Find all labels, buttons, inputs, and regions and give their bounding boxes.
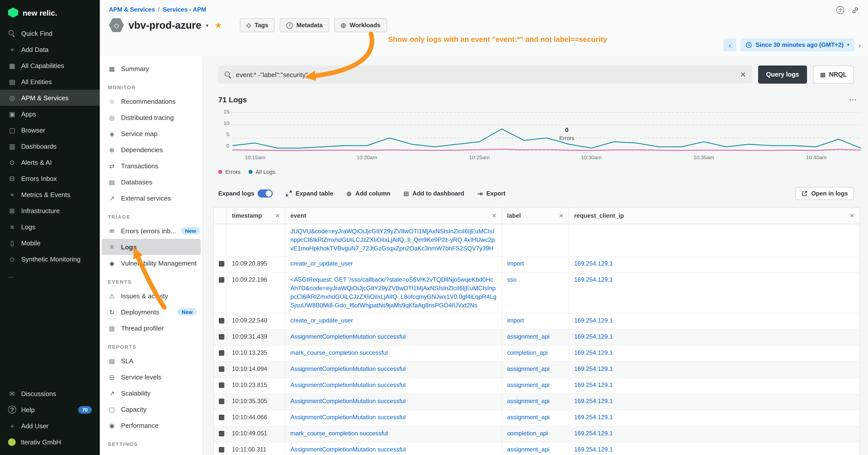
sidebar-item-errors-inbox[interactable]: ⊟ Errors Inbox (0, 170, 100, 187)
table-row[interactable]: 10:11:00.311 AssignmentCompletionMutatio… (214, 443, 860, 455)
nrql-button[interactable]: ⊞ NRQL (813, 65, 854, 84)
remove-event-column-icon[interactable]: ✕ (492, 213, 496, 219)
log-ip-link[interactable]: 169.254.129.1 (574, 365, 613, 372)
log-ip-link[interactable]: 169.254.129.1 (574, 317, 613, 324)
subnav-item-scalability[interactable]: ↗ Scalability (102, 385, 200, 401)
legend-errors[interactable]: Errors (218, 169, 241, 175)
log-event-link[interactable]: AssignmentCompletionMutation successful (290, 382, 406, 389)
breadcrumb-apm-services[interactable]: APM & Services (109, 6, 155, 13)
log-ip-link[interactable]: 169.254.129.1 (574, 414, 613, 421)
log-event-link[interactable]: mark_course_completion successful (290, 430, 388, 437)
log-label-link[interactable]: assignment_api (507, 365, 550, 372)
log-label-link[interactable]: sso (507, 276, 517, 283)
table-row[interactable]: JUQVU&code=eyJraWQiOiJjcGItY29yZV8wOTl1M… (214, 224, 860, 257)
row-select-checkbox[interactable] (219, 366, 224, 372)
label-column-header[interactable]: label ✕ (502, 207, 569, 224)
row-select-checkbox[interactable] (219, 398, 224, 404)
table-row[interactable]: 10:10:23.815 AssignmentCompletionMutatio… (214, 378, 860, 394)
log-query-box[interactable]: ✕ (218, 65, 752, 84)
subnav-item-service-map[interactable]: ◈ Service map (102, 126, 200, 141)
log-ip-link[interactable]: 169.254.129.1 (574, 397, 613, 404)
subnav-item-performance[interactable]: ◉ Performance (102, 417, 200, 433)
open-in-logs-button[interactable]: Open in logs (796, 187, 854, 200)
table-row[interactable]: 10:10:35.305 AssignmentCompletionMutatio… (214, 394, 860, 410)
sidebar-item-all-entities[interactable]: ▤ All Entities (0, 73, 100, 90)
expand-table-button[interactable]: Expand table (286, 190, 333, 197)
sidebar-item-alerts-ai[interactable]: ⊙ Alerts & AI (0, 154, 100, 170)
query-logs-button[interactable]: Query logs (758, 65, 807, 84)
more-menu-icon[interactable]: ⋯ (849, 95, 858, 104)
sidebar-item-apm-services[interactable]: ◎ APM & Services (0, 90, 100, 106)
sidebar-item-dashboards[interactable]: ▥ Dashboards (0, 138, 100, 154)
sidebar-item-all-capabilities[interactable]: ▦ All Capabilities (0, 58, 100, 73)
row-select-checkbox[interactable] (219, 383, 224, 388)
table-row[interactable]: 10:09:22.196 <ASGIRequest: GET '/sso/cal… (214, 272, 860, 314)
log-ip-link[interactable]: 169.254.129.1 (574, 333, 613, 340)
metadata-button[interactable]: i Metadata (280, 18, 329, 32)
clear-query-icon[interactable]: ✕ (740, 70, 746, 78)
entity-chevron-down-icon[interactable]: ▾ (206, 23, 209, 28)
subnav-item-databases[interactable]: ▤ Databases (102, 174, 200, 190)
subnav-item-thread-profiler[interactable]: ▥ Thread profiler (102, 320, 200, 336)
legend-all-logs[interactable]: All Logs (248, 169, 275, 175)
add-to-dashboard-button[interactable]: ⊞ Add to dashboard (403, 190, 464, 197)
remove-timestamp-column-icon[interactable]: ✕ (275, 213, 280, 219)
log-label-link[interactable]: import (507, 260, 524, 267)
time-back-button[interactable]: ‹ (723, 38, 737, 52)
log-event-link[interactable]: AssignmentCompletionMutation successful (290, 414, 406, 421)
subnav-item-dependencies[interactable]: ⊕ Dependencies (102, 141, 200, 158)
log-label-link[interactable]: assignment_api (507, 397, 550, 404)
subnav-item-logs[interactable]: ≡ Logs (102, 239, 200, 255)
sidebar-item-more[interactable]: ... (0, 267, 100, 283)
log-label-link[interactable]: assignment_api (507, 414, 550, 421)
table-row[interactable]: 10:09:22.540 create_or_update_user impor… (214, 314, 860, 329)
row-select-checkbox[interactable] (219, 261, 224, 266)
table-row[interactable]: 10:09:20.895 create_or_update_user impor… (214, 257, 860, 272)
add-column-button[interactable]: ⊕ Add column (346, 190, 390, 197)
row-select-checkbox[interactable] (219, 277, 224, 283)
sidebar-item-help[interactable]: ? Help 70 (0, 401, 100, 418)
log-query-input[interactable] (236, 71, 736, 78)
log-event-link[interactable]: <ASGIRequest: GET '/sso/callback/?state=… (290, 276, 496, 309)
log-label-link[interactable]: assignment_api (507, 446, 550, 453)
subnav-item-sla[interactable]: ▤ SLA (102, 353, 200, 369)
sidebar-item-account[interactable]: Iterativ GmbH (0, 434, 100, 450)
log-ip-link[interactable]: 169.254.129.1 (574, 260, 613, 267)
help-circle-icon[interactable]: ? (836, 6, 844, 14)
log-label-link[interactable]: completion_api (507, 349, 548, 356)
subnav-item-issues-activity[interactable]: ⚠ Issues & activity (102, 288, 200, 304)
new-relic-logo[interactable]: new relic. (0, 0, 100, 25)
subnav-item-recommendations[interactable]: ☆ Recommendations (102, 93, 200, 109)
time-picker[interactable]: Since 30 minutes ago (GMT+2) ▾ (741, 38, 855, 52)
sidebar-item-mobile[interactable]: ▯ Mobile (0, 235, 100, 251)
export-button[interactable]: ⇥ Export (477, 190, 505, 197)
subnav-item-transactions[interactable]: ⇄ Transactions (102, 158, 200, 174)
subnav-item-summary[interactable]: ▦ Summary (102, 61, 200, 76)
log-label-link[interactable]: assignment_api (507, 382, 550, 389)
table-row[interactable]: 10:10:49.051 mark_course_completion succ… (214, 426, 860, 443)
subnav-item-deployments[interactable]: ↻ Deployments New (102, 304, 200, 320)
table-row[interactable]: 10:10:44.066 AssignmentCompletionMutatio… (214, 410, 860, 426)
log-ip-link[interactable]: 169.254.129.1 (574, 349, 613, 356)
permalink-icon[interactable] (851, 6, 859, 14)
sidebar-item-apps[interactable]: ▣ Apps (0, 106, 100, 122)
timestamp-column-header[interactable]: timestamp ✕ (227, 207, 285, 224)
subnav-item-distributed-tracing[interactable]: ◎ Distributed tracing (102, 109, 200, 126)
log-event-link[interactable]: AssignmentCompletionMutation successful (290, 365, 406, 372)
log-ip-link[interactable]: 169.254.129.1 (574, 276, 613, 283)
row-select-checkbox[interactable] (219, 318, 224, 324)
table-row[interactable]: 10:09:31.439 AssignmentCompletionMutatio… (214, 329, 860, 346)
favorite-star-icon[interactable]: ★ (215, 20, 222, 31)
log-ip-link[interactable]: 169.254.129.1 (574, 446, 613, 453)
table-row[interactable]: 10:10:14.094 AssignmentCompletionMutatio… (214, 362, 860, 378)
log-event-link[interactable]: AssignmentCompletionMutation successful (290, 446, 406, 453)
log-event-link[interactable]: create_or_update_user (290, 317, 353, 324)
log-event-link[interactable]: create_or_update_user (290, 260, 353, 267)
row-select-checkbox[interactable] (219, 334, 224, 339)
row-select-checkbox[interactable] (219, 447, 224, 453)
row-select-checkbox[interactable] (219, 431, 224, 436)
log-event-link[interactable]: JUQVU&code=eyJraWQiOiJjcGItY29yZV8wOTl1M… (290, 228, 495, 252)
subnav-item-service-levels[interactable]: ⊟ Service levels (102, 369, 200, 385)
sidebar-item-add-data[interactable]: + Add Data (0, 41, 100, 58)
event-column-header[interactable]: event ✕ (285, 207, 502, 224)
